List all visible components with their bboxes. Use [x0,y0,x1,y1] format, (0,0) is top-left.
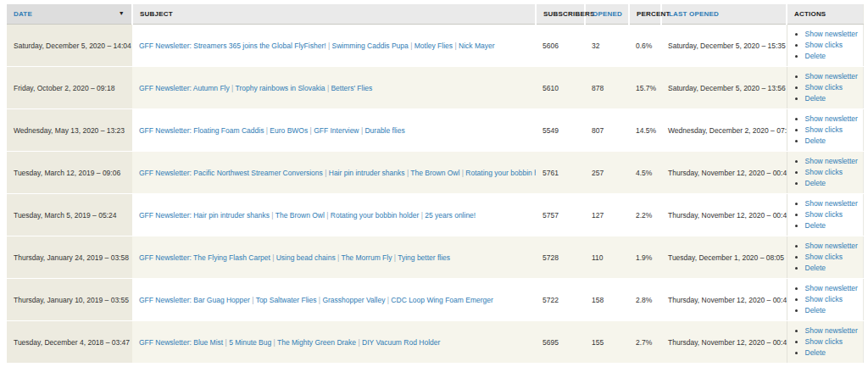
show-newsletter-link[interactable]: Show newsletter [805,30,858,38]
delete-link[interactable]: Delete [805,264,826,272]
subject-link[interactable]: The Mighty Green Drake [277,338,356,347]
table-body: Saturday, December 5, 2020 – 14:04 GFF N… [7,25,863,364]
pipe-separator: | [270,211,275,220]
action-item: Show clicks [805,336,856,348]
subject-link[interactable]: GFF Newsletter: Pacific Northwest Stream… [139,169,323,177]
subject-link[interactable]: GFF Newsletter: Autumn Fly [139,84,230,92]
column-header-last-opened[interactable]: LAST OPENED [661,4,787,25]
table-row: Thursday, January 10, 2019 – 03:55 GFF N… [7,279,863,321]
date-sort-link[interactable]: DATE [14,10,32,18]
pipe-separator: | [250,296,256,304]
send-date: Friday, October 2, 2020 – 09:18 [14,84,114,92]
subject-cell: GFF Newsletter: Floating Foam Caddis | E… [132,109,536,152]
subject-link[interactable]: Top Saltwater Flies [256,296,317,304]
actions-list: Show newsletter Show clicks Delete [794,71,856,103]
action-item: Delete [805,51,856,62]
opened-cell: 127 [585,194,629,236]
actions-cell: Show newsletter Show clicks Delete [787,109,863,152]
subscribers-cell: 5757 [536,194,585,236]
show-clicks-link[interactable]: Show clicks [805,83,843,92]
show-newsletter-link[interactable]: Show newsletter [805,242,858,250]
subscribers-cell: 5549 [536,109,585,152]
subject-link[interactable]: Betters' Flies [331,84,372,92]
subject-cell: GFF Newsletter: Autumn Fly | Trophy rain… [132,67,536,109]
show-clicks-link[interactable]: Show clicks [805,125,843,134]
subject-link[interactable]: GFF Interview [314,126,359,135]
subject-link[interactable]: The Brown Owl [275,211,325,220]
subject-link[interactable]: Trophy rainbows in Slovakia [236,84,326,92]
show-newsletter-link[interactable]: Show newsletter [805,114,858,123]
show-clicks-link[interactable]: Show clicks [805,337,843,346]
show-newsletter-link[interactable]: Show newsletter [805,157,858,165]
subject-link[interactable]: Hair pin intruder shanks [329,169,405,177]
subject-link[interactable]: Durable flies [364,126,404,135]
subject-link[interactable]: Grasshopper Valley [322,296,385,304]
subject-link[interactable]: Tying better flies [398,253,450,262]
show-clicks-link[interactable]: Show clicks [805,168,843,176]
delete-link[interactable]: Delete [805,306,826,314]
subject-link[interactable]: 5 Minute Bug [229,338,271,347]
show-clicks-link[interactable]: Show clicks [805,210,843,219]
subject-link[interactable]: GFF Newsletter: The Flying Flash Carpet [139,253,270,262]
show-clicks-link[interactable]: Show clicks [805,41,843,49]
last-opened-cell: Thursday, November 12, 2020 – 00:43 [661,194,787,236]
subject-link[interactable]: GFF Newsletter: Floating Foam Caddis [139,126,264,135]
subscribers-cell: 5722 [536,279,585,321]
delete-link[interactable]: Delete [805,179,826,187]
last-opened-sort-link[interactable]: LAST OPENED [669,10,719,18]
show-newsletter-link[interactable]: Show newsletter [805,284,858,292]
subscribers-cell: 5761 [536,152,585,194]
opened-cell: 110 [585,236,629,279]
subject-link[interactable]: Rotating your bobbin holder [331,211,419,220]
subject-link[interactable]: GFF Newsletter: Blue Mist [139,338,223,347]
action-item: Show newsletter [805,283,856,294]
subject-link[interactable]: Swimming Caddis Pupa [332,42,409,50]
subject-link[interactable]: The Brown Owl [410,169,459,177]
actions-list: Show newsletter Show clicks Delete [794,29,856,61]
delete-link[interactable]: Delete [805,221,826,230]
last-opened-cell: Wednesday, December 2, 2020 – 07:53 [661,109,787,152]
subject-cell: GFF Newsletter: Bar Guag Hopper | Top Sa… [132,279,536,321]
table-row: Friday, October 2, 2020 – 09:18 GFF News… [7,67,863,109]
subject-link[interactable]: CDC Loop Wing Foam Emerger [391,296,492,304]
column-header-label: ACTIONS [794,10,826,18]
delete-link[interactable]: Delete [805,136,826,145]
actions-list: Show newsletter Show clicks Delete [794,114,856,146]
show-newsletter-link[interactable]: Show newsletter [805,326,858,335]
subject-link[interactable]: Rotating your bobbin holder [465,169,536,177]
column-header-date[interactable]: DATE ▼ [7,4,132,25]
pipe-separator: | [356,338,362,347]
subject-link[interactable]: 25 years online! [425,211,476,220]
delete-link[interactable]: Delete [805,52,826,60]
subject-link[interactable]: GFF Newsletter: Bar Guag Hopper [139,296,250,304]
subject-link[interactable]: DIY Vacuum Rod Holder [362,338,440,347]
opened-sort-link[interactable]: OPENED [593,10,622,18]
pipe-separator: | [271,338,277,347]
percent-cell: 2.7% [629,321,661,364]
subject-link[interactable]: Euro BWOs [270,126,308,135]
subscribers-cell: 5695 [536,321,585,364]
delete-link[interactable]: Delete [805,94,826,103]
sort-desc-icon[interactable]: ▼ [119,9,125,18]
subject-link[interactable]: GFF Newsletter: Streamers 365 joins the … [139,42,326,50]
delete-link[interactable]: Delete [805,348,826,357]
date-cell: Saturday, December 5, 2020 – 14:04 [7,25,132,67]
subscribers-cell: 5610 [536,67,585,109]
subject-link[interactable]: Motley Flies [415,42,453,50]
subject-links: GFF Newsletter: The Flying Flash Carpet … [139,253,450,262]
opened-cell: 158 [585,279,629,321]
date-cell: Tuesday, December 4, 2018 – 03:47 [7,321,132,364]
subject-link[interactable]: The Morrum Fly [341,253,392,262]
column-header-label: SUBJECT [140,10,173,18]
show-newsletter-link[interactable]: Show newsletter [805,199,858,208]
show-newsletter-link[interactable]: Show newsletter [805,72,858,81]
subject-link[interactable]: GFF Newsletter: Hair pin intruder shanks [139,211,270,220]
show-clicks-link[interactable]: Show clicks [805,295,843,303]
action-item: Show clicks [805,82,856,93]
pipe-separator: | [453,42,459,50]
show-clicks-link[interactable]: Show clicks [805,253,843,261]
percent-cell: 2.2% [629,194,661,236]
subject-link[interactable]: Nick Mayer [459,42,495,50]
table-row: Tuesday, March 5, 2019 – 05:24 GFF Newsl… [7,194,863,236]
subject-link[interactable]: Using bead chains [276,253,336,262]
